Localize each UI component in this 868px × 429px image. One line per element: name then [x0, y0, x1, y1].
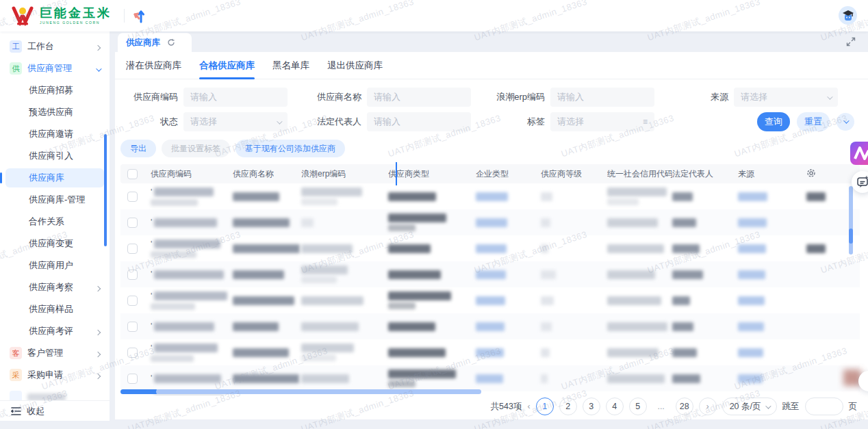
column-header-6[interactable]: 统一社会信用代码: [607, 168, 672, 180]
filter-select[interactable]: 请选择: [734, 88, 838, 107]
table-row[interactable]: ': [120, 209, 860, 235]
filter-field-0-1: 供应商名称请输入: [304, 88, 471, 107]
page-button-28[interactable]: 28: [676, 398, 693, 415]
ai-assistant-logo[interactable]: [850, 142, 868, 168]
page-size-select[interactable]: 20 条/页: [722, 398, 777, 415]
fullscreen-icon[interactable]: [846, 37, 856, 47]
table-row[interactable]: ': [120, 365, 860, 391]
feedback-chat-button[interactable]: [852, 171, 868, 193]
redacted-cell: ': [151, 239, 233, 258]
active-tab-underline: [199, 77, 255, 79]
sidebar-collapse-button[interactable]: 收起: [0, 400, 110, 421]
refresh-icon[interactable]: [167, 38, 175, 47]
filter-input[interactable]: 请输入: [367, 88, 471, 107]
redacted-cell: [738, 270, 806, 279]
sidebar-item-label: 供应商库: [29, 172, 104, 184]
column-header-0[interactable]: 供应商编码: [151, 168, 233, 180]
tab-strip: 供应商库: [115, 31, 868, 52]
redacted-cell: [672, 348, 738, 357]
row-checkbox[interactable]: [127, 192, 138, 202]
sidebar-item-5[interactable]: 供应商引入: [5, 146, 104, 166]
sidebar-item-4[interactable]: 供应商邀请: [5, 125, 104, 144]
action-button-0[interactable]: 导出: [120, 140, 156, 157]
horizontal-scrollbar[interactable]: [120, 389, 860, 394]
sidebar-item-12[interactable]: 供应商样品: [5, 300, 104, 319]
page-button-3[interactable]: 3: [583, 398, 600, 415]
subtab-1[interactable]: 合格供应商库: [199, 52, 255, 79]
column-header-3[interactable]: 供应商类型: [388, 168, 476, 180]
table-row[interactable]: ': [120, 183, 860, 209]
row-checkbox[interactable]: [127, 374, 138, 384]
table-row[interactable]: ': [120, 261, 860, 287]
action-button-2[interactable]: 基于现有公司添加供应商: [235, 140, 345, 157]
upgrade-arrows-icon[interactable]: [133, 8, 148, 24]
filter-input[interactable]: 请输入: [550, 88, 654, 107]
user-avatar[interactable]: [839, 6, 857, 25]
vertical-scrollbar[interactable]: [849, 186, 853, 255]
subtab-2[interactable]: 黑名单库: [272, 52, 309, 79]
select-all-checkbox[interactable]: [127, 169, 138, 179]
sidebar-item-6[interactable]: 供应商库: [5, 168, 104, 187]
sidebar-item-label: 供应商邀请: [29, 128, 104, 140]
gear-icon[interactable]: [806, 168, 816, 178]
reset-button[interactable]: 重置: [797, 112, 830, 131]
jump-page-input[interactable]: [805, 398, 843, 415]
sidebar-item-2[interactable]: 供应商招募: [5, 81, 104, 100]
column-header-4[interactable]: 企业类型: [476, 168, 541, 180]
filter-input[interactable]: 请输入: [367, 112, 471, 131]
search-button[interactable]: 查询: [757, 112, 790, 131]
column-header-7[interactable]: 法定代表人: [672, 168, 738, 180]
sidebar-item-1[interactable]: 供供应商管理: [5, 59, 104, 78]
table-row[interactable]: ': [120, 287, 860, 313]
page-button-1[interactable]: 1: [536, 398, 554, 415]
table-row[interactable]: ': [120, 235, 860, 261]
redacted-cell: [672, 244, 738, 253]
sidebar-item-label: 合作关系: [29, 216, 104, 228]
column-header-1[interactable]: 供应商名称: [233, 168, 301, 180]
supplier-mgmt-icon: 供: [10, 62, 22, 75]
page-button-5[interactable]: 5: [629, 398, 647, 415]
sidebar-item-label: 供应商样品: [29, 303, 104, 315]
column-header-2[interactable]: 浪潮erp编码: [301, 168, 388, 180]
sidebar-item-11[interactable]: 供应商考察: [5, 278, 104, 297]
placeholder-text: 请选择: [741, 91, 827, 103]
filter-select[interactable]: 请选择: [183, 112, 288, 131]
redacted-cell: [233, 348, 301, 357]
row-checkbox[interactable]: [127, 322, 138, 332]
subtab-3[interactable]: 退出供应商库: [327, 52, 383, 79]
row-checkbox[interactable]: [127, 296, 138, 306]
row-checkbox[interactable]: [127, 348, 138, 358]
expand-filters-button[interactable]: [837, 113, 854, 131]
sidebar-item-7[interactable]: 供应商库-管理: [5, 190, 104, 209]
row-checkbox[interactable]: [127, 244, 138, 254]
prev-page-button[interactable]: ‹: [527, 402, 530, 411]
filter-select[interactable]: 请选择≡: [550, 112, 654, 131]
next-page-button[interactable]: ›: [699, 398, 717, 415]
page-button-2[interactable]: 2: [559, 398, 577, 415]
sidebar-item-8[interactable]: 合作关系: [5, 212, 104, 231]
table-row[interactable]: ': [120, 313, 860, 339]
row-checkbox[interactable]: [127, 218, 138, 228]
filter-label: 标签: [487, 116, 545, 128]
graduation-cap-icon: [841, 9, 855, 23]
filter-input[interactable]: 请输入: [183, 88, 288, 107]
sidebar-item-14[interactable]: 客客户管理: [5, 343, 104, 363]
sidebar-item-clipped[interactable]: [5, 387, 104, 400]
subtab-0[interactable]: 潜在供应商库: [126, 52, 181, 79]
row-select-cell: [120, 218, 151, 228]
sidebar-item-13[interactable]: 供应商考评: [5, 322, 104, 341]
tab-supplier-library[interactable]: 供应商库: [118, 33, 192, 52]
sidebar-item-15[interactable]: 采采购申请: [5, 365, 104, 385]
redacted-cell: ': [151, 291, 233, 310]
column-header-5[interactable]: 供应商等级: [541, 168, 607, 180]
row-checkbox[interactable]: [127, 270, 138, 280]
sidebar-item-10[interactable]: 供应商用户: [5, 256, 104, 275]
sidebar-scrollbar[interactable]: [104, 134, 107, 246]
page-button-4[interactable]: 4: [606, 398, 624, 415]
sidebar-item-3[interactable]: 预选供应商: [5, 103, 104, 122]
sidebar-item-0[interactable]: 工工作台: [5, 37, 104, 56]
sidebar-item-9[interactable]: 供应商变更: [5, 234, 104, 253]
redacted-cell: [388, 244, 476, 253]
table-row[interactable]: ': [120, 339, 860, 365]
column-header-8[interactable]: 来源: [738, 168, 806, 180]
